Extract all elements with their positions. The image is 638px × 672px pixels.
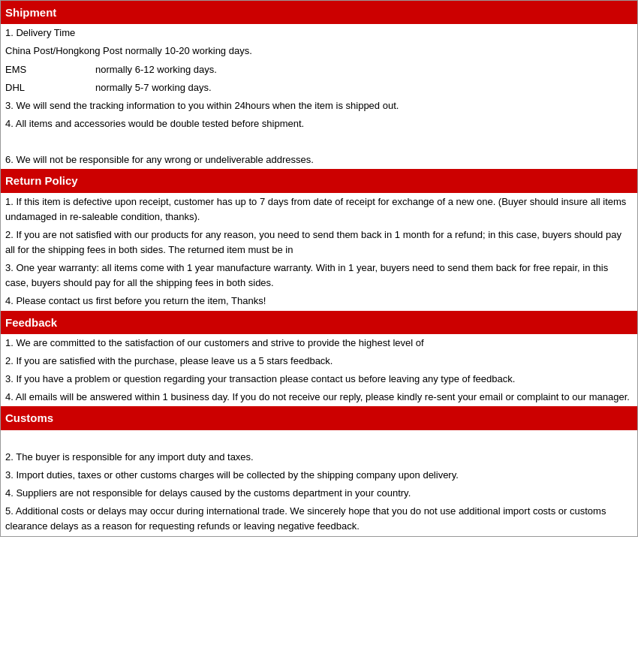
return-item2: 2. If you are not satisfied with our pro…: [1, 226, 638, 259]
return-item1: 1. If this item is defective upon receip…: [1, 193, 638, 226]
delivery-time-label: 1. Delivery Time: [1, 24, 638, 42]
return-item2-row: 2. If you are not satisfied with our pro…: [1, 226, 638, 259]
shipment-item6: 6. We will not be responsible for any wr…: [1, 151, 638, 169]
china-post-text: China Post/Hongkong Post normally 10-20 …: [1, 42, 638, 60]
dhl-row: DHLnormally 5-7 working days.: [1, 79, 638, 97]
feedback-item3-row: 3. If you have a problem or question reg…: [1, 370, 638, 388]
ems-text: EMSnormally 6-12 working days.: [1, 61, 638, 79]
shipment-item6-row: 6. We will not be responsible for any wr…: [1, 151, 638, 169]
china-post-row: China Post/Hongkong Post normally 10-20 …: [1, 42, 638, 60]
return-item4: 4. Please contact us first before you re…: [1, 292, 638, 310]
return-item4-row: 4. Please contact us first before you re…: [1, 292, 638, 310]
return-policy-header: Return Policy: [1, 169, 638, 192]
shipment-item3: 3. We will send the tracking information…: [1, 97, 638, 115]
feedback-header-row: Feedback: [1, 311, 638, 334]
feedback-item4: 4. All emails will be answered within 1 …: [1, 388, 638, 406]
return-policy-header-row: Return Policy: [1, 169, 638, 192]
customs-item4: 4. Suppliers are not responsible for del…: [1, 484, 638, 502]
customs-item2-row: 2. The buyer is responsible for any impo…: [1, 448, 638, 466]
feedback-header: Feedback: [1, 311, 638, 334]
customs-item5-row: 5. Additional costs or delays may occur …: [1, 502, 638, 536]
dhl-value: normally 5-7 working days.: [95, 82, 212, 93]
shipment-empty: [1, 133, 638, 151]
feedback-item3: 3. If you have a problem or question reg…: [1, 370, 638, 388]
return-item3-row: 3. One year warranty: all items come wit…: [1, 259, 638, 292]
customs-empty-row: [1, 430, 638, 448]
customs-item3-row: 3. Import duties, taxes or other customs…: [1, 466, 638, 484]
shipment-item4-row: 4. All items and accessories would be do…: [1, 115, 638, 133]
feedback-item2-row: 2. If you are satisfied with the purchas…: [1, 352, 638, 370]
shipment-item3-row: 3. We will send the tracking information…: [1, 97, 638, 115]
return-item1-row: 1. If this item is defective upon receip…: [1, 193, 638, 226]
shipment-header-row: Shipment: [1, 1, 638, 25]
customs-empty: [1, 430, 638, 448]
feedback-item1-row: 1. We are committed to the satisfaction …: [1, 334, 638, 352]
ems-row: EMSnormally 6-12 working days.: [1, 61, 638, 79]
customs-item2: 2. The buyer is responsible for any impo…: [1, 448, 638, 466]
customs-item4-row: 4. Suppliers are not responsible for del…: [1, 484, 638, 502]
ems-label: EMS: [5, 62, 95, 77]
dhl-text: DHLnormally 5-7 working days.: [1, 79, 638, 97]
customs-header: Customs: [1, 406, 638, 429]
dhl-label: DHL: [5, 80, 95, 95]
customs-item3: 3. Import duties, taxes or other customs…: [1, 466, 638, 484]
customs-header-row: Customs: [1, 406, 638, 429]
return-item3: 3. One year warranty: all items come wit…: [1, 259, 638, 292]
shipment-empty-row: [1, 133, 638, 151]
shipment-header: Shipment: [1, 1, 638, 25]
delivery-time-row: 1. Delivery Time: [1, 24, 638, 42]
ems-value: normally 6-12 working days.: [95, 64, 217, 75]
customs-item5: 5. Additional costs or delays may occur …: [1, 502, 638, 536]
shipment-item4: 4. All items and accessories would be do…: [1, 115, 638, 133]
feedback-item1: 1. We are committed to the satisfaction …: [1, 334, 638, 352]
feedback-item4-row: 4. All emails will be answered within 1 …: [1, 388, 638, 406]
feedback-item2: 2. If you are satisfied with the purchas…: [1, 352, 638, 370]
